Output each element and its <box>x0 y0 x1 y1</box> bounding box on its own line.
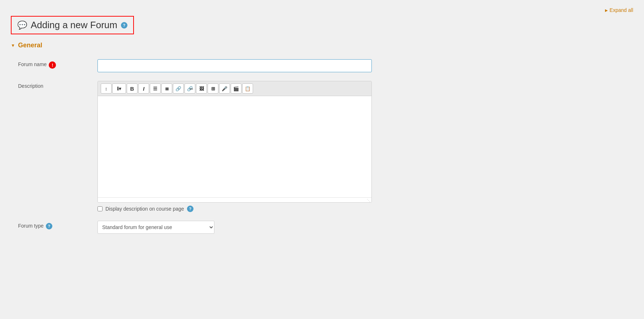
display-description-checkbox[interactable] <box>97 206 103 211</box>
page-title-help-icon[interactable]: ? <box>121 22 127 29</box>
manage-files-icon[interactable]: 📋 <box>242 83 253 94</box>
info-dropdown-icon[interactable]: ℹ▾ <box>112 83 126 94</box>
forum-type-help-icon[interactable]: ? <box>46 223 52 229</box>
video-icon[interactable]: 🎬 <box>231 83 242 94</box>
description-row: Description ↕ ℹ▾ B I ☰ ≣ 🔗 🔗̶ 🖼 ⊞ <box>18 77 633 216</box>
audio-icon[interactable]: 🎤 <box>219 83 230 94</box>
forum-name-row: Forum name ! <box>18 55 633 77</box>
section-toggle-icon: ▼ <box>11 43 15 48</box>
display-description-help-icon[interactable]: ? <box>187 206 193 212</box>
unlink-icon[interactable]: 🔗̶ <box>184 83 195 94</box>
page-title: Adding a new Forum <box>31 20 117 31</box>
expand-all-button[interactable]: ▶ Expand all <box>605 7 633 13</box>
link-icon[interactable]: 🔗 <box>173 83 184 94</box>
general-section-header[interactable]: ▼ General <box>11 42 633 49</box>
media-icon[interactable]: ⊞ <box>208 83 218 94</box>
display-description-label[interactable]: Display description on course page <box>105 206 184 212</box>
editor-toolbar: ↕ ℹ▾ B I ☰ ≣ 🔗 🔗̶ 🖼 ⊞ 🎤 🎬 📋 <box>98 81 371 96</box>
format-icon[interactable]: ↕ <box>101 83 112 94</box>
forum-type-row: Forum type ? Standard forum for general … <box>18 216 633 238</box>
general-section: ▼ General Forum name ! Description ↕ <box>11 42 633 238</box>
display-description-row: Display description on course page ? <box>97 206 372 212</box>
forum-name-label: Forum name ! <box>18 59 90 69</box>
section-title: General <box>18 42 42 49</box>
forum-type-label-text: Forum type <box>18 223 44 229</box>
forum-type-label: Forum type ? <box>18 221 90 229</box>
description-control: ↕ ℹ▾ B I ☰ ≣ 🔗 🔗̶ 🖼 ⊞ 🎤 🎬 📋 <box>97 81 372 212</box>
expand-all-label: Expand all <box>610 7 633 13</box>
forum-type-select[interactable]: Standard forum for general use A single … <box>97 221 214 234</box>
forum-name-input[interactable] <box>97 59 372 72</box>
required-icon: ! <box>49 61 56 69</box>
italic-icon[interactable]: I <box>138 83 149 94</box>
bold-icon[interactable]: B <box>127 83 138 94</box>
description-label: Description <box>18 81 90 89</box>
description-editor-body[interactable] <box>98 96 371 197</box>
image-icon[interactable]: 🖼 <box>196 83 207 94</box>
page-title-box: 💬 Adding a new Forum ? <box>11 16 134 34</box>
forum-name-label-text: Forum name <box>18 61 47 67</box>
numbered-list-icon[interactable]: ≣ <box>161 83 172 94</box>
forum-name-control <box>97 59 372 72</box>
forum-type-control: Standard forum for general use A single … <box>97 221 372 234</box>
editor-container: ↕ ℹ▾ B I ☰ ≣ 🔗 🔗̶ 🖼 ⊞ 🎤 🎬 📋 <box>97 81 372 203</box>
description-label-text: Description <box>18 83 43 89</box>
expand-all-arrow-icon: ▶ <box>605 8 608 12</box>
bullet-list-icon[interactable]: ☰ <box>150 83 161 94</box>
editor-resize-handle[interactable]: ⋱ <box>98 197 371 202</box>
forum-icon: 💬 <box>17 21 27 30</box>
